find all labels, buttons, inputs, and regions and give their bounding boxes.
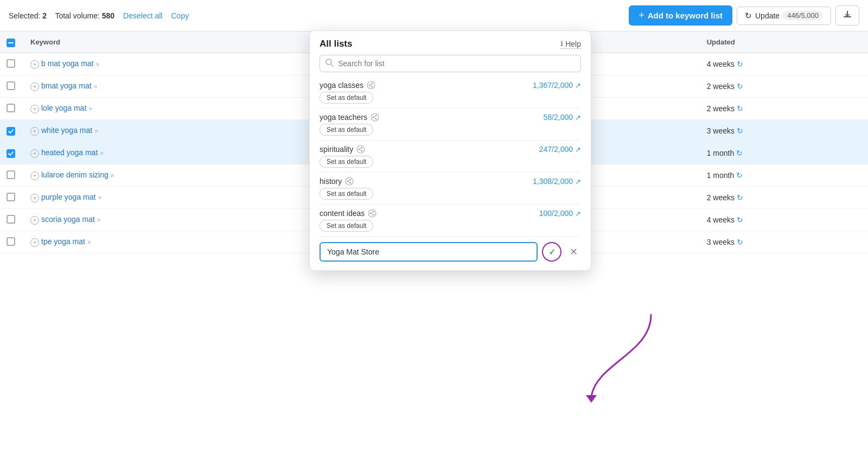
keyword-add-icon[interactable]: + <box>30 82 39 91</box>
help-link[interactable]: ℹ Help <box>560 40 581 49</box>
updated-cell: 2 weeks ↻ <box>700 187 868 209</box>
list-name: spirituality <box>320 145 365 154</box>
keyword-add-icon[interactable]: + <box>30 105 39 113</box>
list-count-link[interactable]: 58/2,000 ↗ <box>544 113 582 122</box>
row-checkbox[interactable] <box>7 59 15 68</box>
expand-chevron: » <box>94 127 98 135</box>
row-checkbox[interactable] <box>7 215 15 224</box>
set-default-button[interactable]: Set as default <box>320 156 373 168</box>
expand-chevron: » <box>88 105 92 112</box>
list-item-row: yoga teachers 58/2,000 ↗ <box>320 113 581 122</box>
keyword-link[interactable]: lole yoga mat <box>41 104 86 112</box>
info-icon: ℹ <box>560 40 563 48</box>
set-default-button[interactable]: Set as default <box>320 124 373 136</box>
keyword-link[interactable]: scoria yoga mat <box>41 215 95 224</box>
set-default-button[interactable]: Set as default <box>320 220 373 232</box>
keyword-link[interactable]: b mat yoga mat <box>41 59 94 68</box>
keyword-link[interactable]: tpe yoga mat <box>41 237 85 246</box>
row-checkbox-cell[interactable] <box>0 209 24 231</box>
keyword-link[interactable]: purple yoga mat <box>41 193 95 201</box>
row-checkbox-cell[interactable] <box>0 187 24 209</box>
add-button-label: Add to keyword list <box>648 11 723 20</box>
keyword-cell: +heated yoga mat» <box>24 142 352 164</box>
svg-line-34 <box>371 213 373 215</box>
set-default-button[interactable]: Set as default <box>320 92 373 104</box>
keyword-link[interactable]: bmat yoga mat <box>41 81 92 90</box>
keyword-link[interactable]: lularoe denim sizing <box>41 170 108 179</box>
keyword-link[interactable]: heated yoga mat <box>41 148 98 157</box>
svg-line-16 <box>373 117 376 119</box>
keyword-add-icon[interactable]: + <box>30 194 39 202</box>
external-link-icon: ↗ <box>575 209 581 218</box>
cancel-new-list-button[interactable]: ✕ <box>566 244 581 259</box>
add-to-keyword-list-button[interactable]: + Add to keyword list <box>629 5 732 26</box>
refresh-icon[interactable]: ↻ <box>737 104 743 113</box>
keyword-add-icon[interactable]: + <box>30 172 39 180</box>
list-item-row: content ideas 100/2,000 ↗ <box>320 209 581 218</box>
search-icon <box>326 59 334 68</box>
refresh-icon[interactable]: ↻ <box>737 215 743 224</box>
refresh-icon[interactable]: ↻ <box>736 149 743 157</box>
svg-line-33 <box>371 212 373 213</box>
list-count-link[interactable]: 247/2,000 ↗ <box>539 145 581 154</box>
row-checkbox-cell[interactable] <box>0 120 24 142</box>
row-checkbox[interactable] <box>7 104 15 112</box>
row-checkbox-cell[interactable] <box>0 231 24 253</box>
new-list-input[interactable] <box>320 242 538 262</box>
refresh-icon[interactable]: ↻ <box>736 171 743 180</box>
list-search-input[interactable] <box>338 59 575 68</box>
select-all-checkbox[interactable] <box>7 39 15 47</box>
deselect-all-link[interactable]: Deselect all <box>123 11 162 20</box>
refresh-icon[interactable]: ↻ <box>737 60 743 68</box>
svg-marker-35 <box>586 395 597 403</box>
keyword-cell: +bmat yoga mat» <box>24 75 352 98</box>
toolbar: Selected: 2 Total volume: 580 Deselect a… <box>0 0 868 31</box>
refresh-icon[interactable]: ↻ <box>737 126 743 135</box>
refresh-icon[interactable]: ↻ <box>737 82 743 91</box>
keyword-link[interactable]: white yoga mat <box>41 126 92 135</box>
list-count-link[interactable]: 1,308/2,000 ↗ <box>533 177 581 186</box>
select-all-header[interactable] <box>0 31 24 53</box>
list-name: history <box>320 177 354 186</box>
copy-link[interactable]: Copy <box>171 11 189 20</box>
updated-value: 2 weeks <box>707 82 735 91</box>
list-count-link[interactable]: 100/2,000 ↗ <box>539 209 581 218</box>
confirm-new-list-button[interactable]: ✓ <box>542 242 561 262</box>
updated-cell: 3 weeks ↻ <box>700 120 868 142</box>
keyword-add-icon[interactable]: + <box>30 216 39 225</box>
keyword-cell: +tpe yoga mat» <box>24 231 352 253</box>
row-checkbox[interactable] <box>7 170 15 179</box>
row-checkbox-cell[interactable] <box>0 164 24 187</box>
row-checkbox-cell[interactable] <box>0 75 24 98</box>
set-default-button[interactable]: Set as default <box>320 188 373 200</box>
keyword-column-header: Keyword <box>24 31 352 53</box>
row-checkbox[interactable] <box>7 237 15 246</box>
refresh-icon: ↻ <box>745 11 752 21</box>
row-checkbox-cell[interactable] <box>0 142 24 164</box>
sharing-icon <box>368 209 376 218</box>
keyword-add-icon[interactable]: + <box>30 127 39 136</box>
row-checkbox-cell[interactable] <box>0 98 24 120</box>
svg-point-23 <box>346 177 353 185</box>
row-checkbox[interactable] <box>7 193 15 201</box>
row-checkbox[interactable] <box>7 81 15 90</box>
sharing-icon <box>356 145 365 154</box>
svg-point-11 <box>371 113 379 121</box>
svg-point-29 <box>368 209 376 217</box>
refresh-icon[interactable]: ↻ <box>737 238 743 246</box>
expand-chevron: » <box>97 216 101 224</box>
update-button[interactable]: ↻ Update 446/5,000 <box>737 7 831 25</box>
list-item: spirituality 247/2,000 ↗ Set as default <box>310 141 591 173</box>
list-item-row: yoga classes 1,367/2,000 ↗ <box>320 81 581 90</box>
keyword-add-icon[interactable]: + <box>30 238 39 247</box>
keyword-add-icon[interactable]: + <box>30 149 39 158</box>
sharing-icon <box>367 81 375 90</box>
row-checkbox[interactable] <box>7 149 15 158</box>
list-count-link[interactable]: 1,367/2,000 ↗ <box>533 81 581 90</box>
row-checkbox[interactable] <box>7 127 15 136</box>
refresh-icon[interactable]: ↻ <box>737 193 743 202</box>
total-volume-label: Total volume: <box>55 11 99 20</box>
export-button[interactable] <box>835 5 859 26</box>
row-checkbox-cell[interactable] <box>0 53 24 75</box>
keyword-add-icon[interactable]: + <box>30 60 39 69</box>
